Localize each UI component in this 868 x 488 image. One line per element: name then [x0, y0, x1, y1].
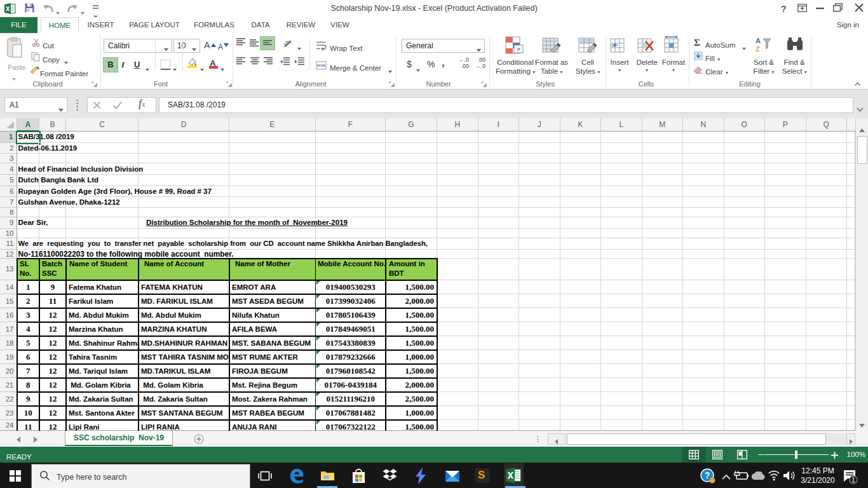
svg-text:1: 1	[851, 476, 855, 484]
svg-text:≠: ≠	[517, 46, 520, 53]
svg-text:Z: Z	[756, 45, 760, 53]
svg-text:?: ?	[705, 470, 710, 480]
svg-text:ab: ab	[283, 39, 291, 48]
svg-text:A: A	[756, 37, 761, 44]
